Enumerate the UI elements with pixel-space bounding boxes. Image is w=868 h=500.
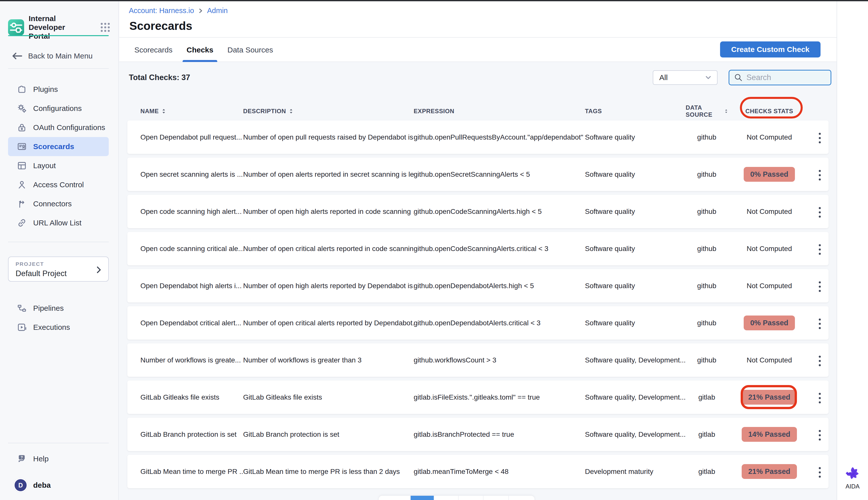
sidebar: Internal Developer Portal Back to Main M… [0, 0, 119, 500]
not-computed-text: Not Computed [747, 282, 792, 289]
sidebar-item-help[interactable]: ? Help [8, 449, 109, 468]
row-menu-button[interactable] [815, 242, 824, 257]
sort-icon[interactable] [725, 108, 728, 114]
row-menu-button[interactable] [815, 130, 824, 146]
back-to-main-menu[interactable]: Back to Main Menu [12, 50, 93, 62]
pagination-page[interactable] [434, 496, 458, 500]
project-selector[interactable]: PROJECT Default Project [8, 257, 109, 282]
table-row[interactable]: Open Dependabot critical alert...Number … [127, 306, 828, 340]
filter-value: All [659, 73, 704, 82]
check-stats: Not Computed [728, 356, 811, 364]
sidebar-item-access-control[interactable]: Access Control [8, 175, 109, 194]
check-data-source: github [686, 133, 728, 141]
sidebar-item-label: Access Control [33, 181, 84, 189]
breadcrumb-admin-link[interactable]: Admin [207, 7, 228, 15]
sidebar-item-configurations[interactable]: Configurations [8, 99, 109, 118]
table-row[interactable]: Open secret scanning alerts is ...Number… [127, 158, 828, 191]
row-menu-button[interactable] [815, 428, 824, 443]
aida-widget[interactable]: AIDA [837, 466, 868, 490]
pagination-prev[interactable] [379, 496, 410, 500]
check-expression: github.openCodeScanningAlerts.high < 5 [414, 207, 585, 216]
pagination-page[interactable] [483, 496, 508, 500]
column-header-tags: TAGS [585, 108, 686, 115]
check-name: Open code scanning critical ale... [141, 245, 243, 253]
filter-dropdown[interactable]: All [653, 70, 717, 85]
gears-icon [16, 103, 27, 114]
check-stats: 0% Passed [728, 167, 811, 182]
lock-icon [16, 122, 27, 133]
check-tags: Software quality [585, 282, 686, 290]
check-tags: Software quality, Development... [585, 393, 686, 401]
table-row[interactable]: GitLab Branch protection is setGitLab Br… [127, 418, 828, 451]
search-icon [734, 73, 743, 82]
column-header-name[interactable]: NAME [141, 108, 243, 115]
not-computed-text: Not Computed [747, 207, 792, 215]
table-header: NAMEDESCRIPTIONEXPRESSIONTAGSDATA SOURCE… [127, 104, 828, 114]
check-expression: github.openPullRequestsByAccount."app/de… [414, 133, 585, 141]
table-row[interactable]: Open code scanning high alert...Number o… [127, 195, 828, 228]
sidebar-item-label: Executions [33, 323, 70, 332]
search-input[interactable] [746, 73, 822, 82]
check-data-source: github [686, 282, 728, 290]
check-description: Number of open pull requests raised by D… [243, 133, 414, 141]
table-row[interactable]: GitLab Mean time to merge PR ...GitLab M… [127, 455, 828, 488]
sidebar-item-pipelines[interactable]: Pipelines [8, 299, 109, 318]
pagination-page[interactable] [458, 496, 483, 500]
sidebar-item-layout[interactable]: Layout [8, 156, 109, 175]
sidebar-item-url-allow-list[interactable]: URL Allow List [8, 213, 109, 232]
user-menu[interactable]: D deba [13, 478, 51, 492]
page: Internal Developer Portal Back to Main M… [0, 0, 868, 500]
table-row[interactable]: GitLab Gitleaks file existsGitLab Gitlea… [127, 380, 828, 414]
idp-logo-icon [8, 19, 24, 35]
sidebar-item-scorecards[interactable]: Scorecards [8, 137, 109, 156]
row-menu-button[interactable] [815, 465, 824, 480]
check-name: Open secret scanning alerts is ... [141, 170, 243, 179]
check-name: Number of workflows is greate... [141, 356, 243, 364]
app-grid-icon[interactable] [99, 22, 111, 33]
table-row[interactable]: Open Dependabot high alerts i...Number o… [127, 269, 828, 303]
row-menu-button[interactable] [815, 353, 824, 369]
table-row[interactable]: Open Dependabot pull request...Number of… [127, 121, 828, 154]
sidebar-item-plugins[interactable]: Plugins [8, 80, 109, 99]
row-menu-button[interactable] [815, 390, 824, 406]
sidebar-item-executions[interactable]: Executions [8, 318, 109, 337]
check-name: GitLab Mean time to merge PR ... [141, 468, 243, 476]
brand-divider [8, 35, 109, 36]
sidebar-item-label: Configurations [33, 104, 82, 113]
row-menu-button[interactable] [815, 279, 824, 294]
column-header-data-source[interactable]: DATA SOURCE [686, 104, 728, 118]
create-custom-check-button[interactable]: Create Custom Check [720, 42, 821, 57]
check-stats: Not Computed [728, 133, 811, 141]
tab-checks[interactable]: Checks [186, 38, 214, 62]
sort-icon[interactable] [162, 108, 166, 114]
row-menu-button[interactable] [815, 316, 824, 332]
sidebar-item-label: Scorecards [33, 142, 74, 151]
check-description: Number of open critical alerts reported … [243, 245, 414, 253]
check-data-source: github [686, 245, 728, 253]
sidebar-item-label: Plugins [33, 85, 58, 94]
tab-data-sources[interactable]: Data Sources [226, 38, 274, 62]
sidebar-project-nav: PipelinesExecutions [8, 299, 109, 337]
pagination-page-active[interactable] [410, 496, 434, 500]
check-description: Number of open high alerts reported by D… [243, 282, 414, 290]
passed-badge: 0% Passed [744, 316, 795, 330]
pagination-page[interactable] [508, 496, 534, 500]
sidebar-item-oauth-configurations[interactable]: OAuth Configurations [8, 118, 109, 137]
column-header-description[interactable]: DESCRIPTION [243, 108, 414, 115]
pipeline-icon [16, 303, 27, 314]
check-expression: github.openDependabotAlerts.critical < 3 [414, 319, 585, 327]
sidebar-nav: PluginsConfigurationsOAuth Configuration… [8, 80, 109, 232]
person-icon [16, 180, 27, 190]
sidebar-item-label: OAuth Configurations [33, 123, 105, 132]
row-menu-button[interactable] [815, 168, 824, 183]
check-name: Open Dependabot critical alert... [141, 319, 243, 327]
sidebar-item-connectors[interactable]: Connectors [8, 194, 109, 213]
check-tags: Software quality [585, 133, 686, 141]
column-label: NAME [141, 108, 159, 115]
row-menu-button[interactable] [815, 205, 824, 220]
table-row[interactable]: Number of workflows is greate...Number o… [127, 343, 828, 377]
tab-scorecards[interactable]: Scorecards [133, 38, 174, 62]
breadcrumb-account-link[interactable]: Account: Harness.io [129, 7, 194, 15]
sort-icon[interactable] [289, 108, 293, 114]
table-row[interactable]: Open code scanning critical ale...Number… [127, 232, 828, 265]
